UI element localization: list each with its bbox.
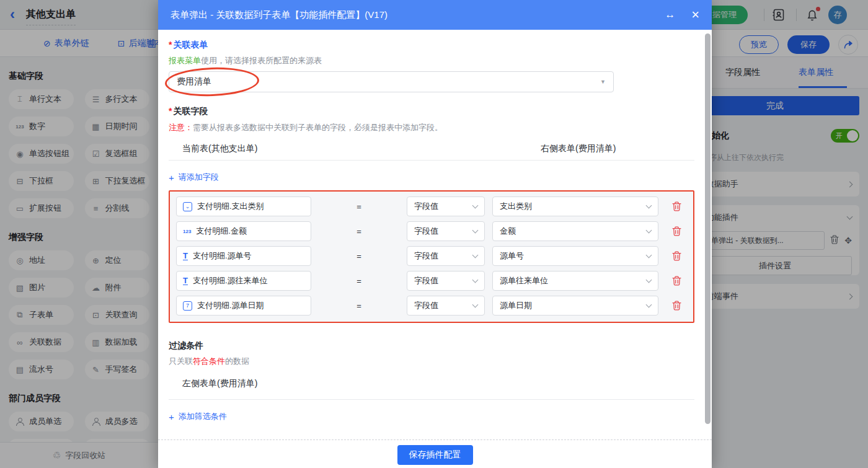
modal-scrollbar[interactable] xyxy=(705,33,711,424)
mapping-row: T支付明细.源单号 = 字段值 源单号 xyxy=(176,246,687,266)
number-field-icon: 123 xyxy=(183,229,191,234)
equals-operator: = xyxy=(319,202,399,211)
left-field-input[interactable]: ⌄支付明细.支出类别 xyxy=(176,196,311,216)
field-mapping-annotated-box: ⌄支付明细.支出类别 = 字段值 支出类别 123支付明细.金额 = 字段值 金… xyxy=(169,190,694,323)
chevron-down-icon xyxy=(472,277,479,283)
resize-modal-icon[interactable]: ↔ xyxy=(665,9,675,21)
app-root: ‹ 其他支出单 数据管理 存 ⊘ 表单外链 ⊡ 后端脚本 xyxy=(0,0,868,468)
filter-hint: 只关联符合条件的数据 xyxy=(169,356,694,367)
related-form-hint: 报表菜单使用，请选择报表所配置的来源表 xyxy=(169,55,694,66)
mapping-row: T支付明细.源往来单位 = 字段值 源单往来单位 xyxy=(176,271,687,291)
value-type-select[interactable]: 字段值 xyxy=(407,221,485,241)
equals-operator: = xyxy=(319,301,399,311)
right-field-select[interactable]: 金额 xyxy=(492,221,658,241)
plus-icon: + xyxy=(169,172,174,183)
filter-left-form: 左侧表单(费用清单) xyxy=(169,371,694,400)
equals-operator: = xyxy=(319,276,399,286)
right-field-select[interactable]: 源单往来单位 xyxy=(492,271,658,291)
right-field-select[interactable]: 支出类别 xyxy=(492,196,658,216)
modal-header: 表单弹出 - 关联数据到子表单【功能插件配置】(V17) ↔ × xyxy=(158,0,712,30)
chevron-down-icon xyxy=(472,203,479,209)
chevron-down-icon xyxy=(646,277,652,283)
left-field-input[interactable]: 7支付明细.源单日期 xyxy=(176,296,311,316)
chevron-down-icon xyxy=(646,227,652,234)
equals-operator: = xyxy=(319,252,399,261)
right-form-header: 右侧表单(费用清单) xyxy=(541,143,616,154)
plus-icon: + xyxy=(169,412,174,422)
chevron-down-icon xyxy=(646,302,652,308)
chevron-down-icon xyxy=(646,203,652,209)
text-field-icon: T xyxy=(183,276,188,285)
related-form-label: 关联表单 xyxy=(169,40,694,51)
right-field-select[interactable]: 源单号 xyxy=(492,246,658,266)
modal-body: 关联表单 报表菜单使用，请选择报表所配置的来源表 费用清单 ▼ 关联字段 注意：… xyxy=(158,30,712,458)
plugin-config-modal: 表单弹出 - 关联数据到子表单【功能插件配置】(V17) ↔ × 关联表单 报表… xyxy=(158,0,712,468)
equals-operator: = xyxy=(319,227,399,236)
mapping-row: 123支付明细.金额 = 字段值 金额 xyxy=(176,221,687,241)
chevron-down-icon xyxy=(472,252,479,258)
modal-title: 表单弹出 - 关联数据到子表单【功能插件配置】(V17) xyxy=(170,9,665,21)
right-field-select[interactable]: 源单日期 xyxy=(492,296,658,316)
source-form-select[interactable]: 费用清单 ▼ xyxy=(169,71,614,92)
related-fields-label: 关联字段 xyxy=(169,106,694,117)
related-fields-note: 注意：需要从报表多选数据中关联到子表单的字段，必须是报表中添加字段。 xyxy=(169,122,694,133)
chevron-down-icon xyxy=(646,252,652,258)
filter-condition-label: 过滤条件 xyxy=(169,340,694,351)
select-caret-icon: ▼ xyxy=(600,79,606,85)
save-plugin-config-button[interactable]: 保存插件配置 xyxy=(397,445,473,465)
chevron-down-icon xyxy=(472,227,479,234)
left-field-input[interactable]: T支付明细.源单号 xyxy=(176,246,311,266)
modal-footer: 保存插件配置 xyxy=(158,439,712,468)
value-type-select[interactable]: 字段值 xyxy=(407,246,485,266)
left-field-input[interactable]: T支付明细.源往来单位 xyxy=(176,271,311,291)
add-field-link[interactable]: + 请添加字段 xyxy=(169,172,219,183)
delete-row-button[interactable] xyxy=(666,226,687,236)
value-type-select[interactable]: 字段值 xyxy=(407,296,485,316)
delete-row-button[interactable] xyxy=(666,251,687,261)
mapping-row: ⌄支付明细.支出类别 = 字段值 支出类别 xyxy=(176,196,687,216)
text-field-icon: T xyxy=(183,252,188,260)
delete-row-button[interactable] xyxy=(666,301,687,311)
current-table-header: 当前表(其他支出单) xyxy=(182,143,257,154)
value-type-select[interactable]: 字段值 xyxy=(407,271,485,291)
delete-row-button[interactable] xyxy=(666,276,687,286)
value-type-select[interactable]: 字段值 xyxy=(407,196,485,216)
mapping-table-headers: 当前表(其他支出单) 右侧表单(费用清单) xyxy=(169,141,694,161)
dropdown-field-icon: ⌄ xyxy=(183,202,192,211)
close-modal-icon[interactable]: × xyxy=(691,9,699,21)
chevron-down-icon xyxy=(472,302,479,308)
date-field-icon: 7 xyxy=(183,301,192,311)
add-filter-link[interactable]: + 添加筛选条件 xyxy=(169,411,227,422)
left-field-input[interactable]: 123支付明细.金额 xyxy=(176,221,311,241)
delete-row-button[interactable] xyxy=(666,201,687,211)
mapping-row: 7支付明细.源单日期 = 字段值 源单日期 xyxy=(176,296,687,316)
